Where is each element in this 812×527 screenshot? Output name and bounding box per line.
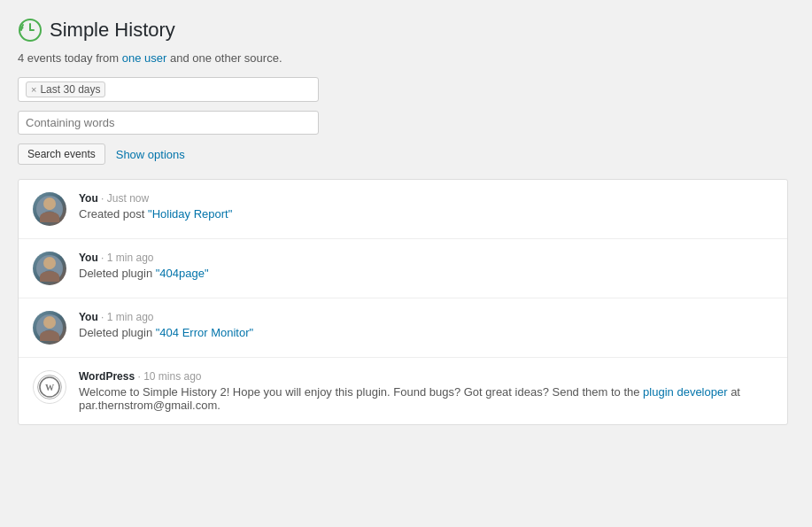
event-description: Welcome to Simple History 2! Hope you wi…	[79, 385, 773, 412]
event-desc-prefix: Deleted plugin	[79, 326, 156, 339]
search-events-button[interactable]: Search events	[18, 143, 105, 165]
remove-filter-icon[interactable]: ×	[31, 84, 36, 95]
svg-point-6	[36, 255, 63, 282]
event-highlight: "404 Error Monitor"	[156, 326, 253, 339]
event-desc-prefix: Deleted plugin	[79, 267, 156, 280]
event-item: W WordPress · 10 mins ago Welcome to Sim…	[19, 358, 787, 424]
avatar: W	[33, 370, 66, 404]
event-content: You · 1 min ago Deleted plugin "404 Erro…	[79, 311, 773, 339]
event-meta: You · 1 min ago	[79, 311, 773, 323]
event-meta: WordPress · 10 mins ago	[79, 370, 773, 383]
event-highlight: "404page"	[156, 267, 209, 280]
svg-point-9	[36, 314, 63, 341]
summary-suffix: .	[279, 51, 282, 65]
event-time: 10 mins ago	[143, 370, 201, 383]
event-separator: ·	[98, 311, 107, 323]
page-container: Simple History 4 events today from one u…	[18, 18, 788, 425]
svg-point-8	[42, 270, 57, 282]
summary-text: 4 events today from one user and one oth…	[18, 51, 788, 65]
summary-prefix: 4 events today from	[18, 51, 122, 65]
event-item: You · 1 min ago Deleted plugin "404page"	[19, 239, 787, 298]
page-header: Simple History	[18, 18, 788, 43]
event-separator: ·	[135, 370, 143, 383]
svg-point-11	[42, 329, 57, 341]
event-time: 1 min ago	[107, 311, 154, 323]
events-list: You · Just now Created post "Holiday Rep…	[18, 179, 788, 425]
event-time: 1 min ago	[107, 252, 154, 264]
containing-words-row	[18, 111, 788, 135]
avatar	[33, 192, 66, 226]
event-user: You	[79, 252, 98, 264]
show-options-link[interactable]: Show options	[116, 148, 185, 161]
svg-point-3	[36, 196, 63, 222]
event-meta: You · Just now	[79, 192, 773, 205]
event-content: You · 1 min ago Deleted plugin "404page"	[79, 252, 773, 280]
avatar	[33, 311, 66, 345]
event-highlight: plugin developer	[643, 385, 727, 399]
event-item: You · Just now Created post "Holiday Rep…	[19, 180, 787, 239]
event-description: Deleted plugin "404page"	[79, 267, 773, 280]
event-content: WordPress · 10 mins ago Welcome to Simpl…	[79, 370, 773, 412]
event-item: You · 1 min ago Deleted plugin "404 Erro…	[19, 298, 787, 358]
event-highlight: "Holiday Report"	[148, 207, 232, 221]
event-separator: ·	[98, 192, 107, 205]
summary-other: one other source	[192, 51, 279, 65]
event-user: You	[79, 192, 98, 205]
event-desc-prefix: Welcome to Simple History 2! Hope you wi…	[79, 385, 643, 399]
event-time: Just now	[107, 192, 149, 205]
svg-point-4	[45, 201, 53, 209]
date-filter-tag[interactable]: × Last 30 days	[26, 81, 105, 97]
event-description: Deleted plugin "404 Error Monitor"	[79, 326, 773, 339]
filter-bar: × Last 30 days	[18, 77, 319, 102]
actions-row: Search events Show options	[18, 143, 788, 165]
simple-history-icon	[18, 18, 43, 43]
page-title: Simple History	[50, 19, 175, 42]
svg-point-7	[45, 260, 53, 268]
summary-conjunction: and	[166, 51, 192, 65]
event-desc-prefix: Created post	[79, 207, 148, 221]
svg-point-10	[45, 320, 53, 328]
event-separator: ·	[98, 252, 107, 264]
svg-text:W: W	[45, 383, 55, 392]
svg-point-5	[42, 211, 57, 222]
event-description: Created post "Holiday Report"	[79, 207, 773, 221]
containing-words-input[interactable]	[18, 111, 319, 135]
event-meta: You · 1 min ago	[79, 252, 773, 264]
summary-user: one user	[122, 51, 167, 65]
avatar	[33, 252, 66, 285]
filter-tag-label: Last 30 days	[40, 83, 100, 96]
event-user: You	[79, 311, 98, 323]
event-user: WordPress	[79, 370, 135, 383]
event-content: You · Just now Created post "Holiday Rep…	[79, 192, 773, 221]
